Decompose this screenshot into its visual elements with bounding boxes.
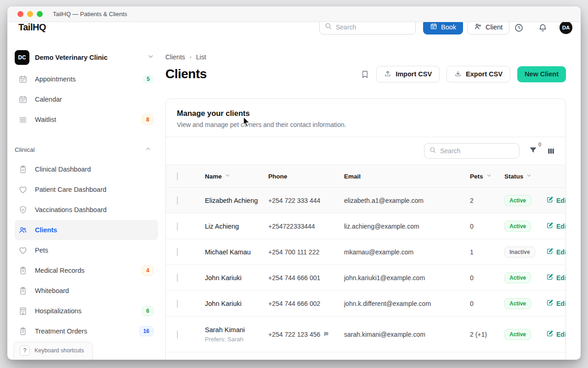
count-badge: 16 — [139, 326, 153, 336]
person-plus-icon — [474, 23, 482, 32]
column-header-status[interactable]: Status — [504, 172, 546, 180]
clock-icon[interactable] — [514, 23, 524, 34]
edit-icon — [546, 222, 554, 230]
table-row[interactable]: Peter Mutua+254 733 777 888peter.mutua@e… — [166, 352, 565, 360]
row-checkbox[interactable] — [177, 196, 178, 205]
user-avatar[interactable]: DA — [560, 21, 572, 34]
column-header-email[interactable]: Email — [344, 173, 470, 180]
sidebar-item-pets[interactable]: Pets — [15, 240, 158, 260]
shield-check-icon — [18, 205, 28, 215]
table-header: Name Phone Email Pets Status — [166, 165, 565, 188]
keyboard-shortcuts[interactable]: ? Keyboard shortcuts — [14, 342, 93, 360]
chevron-up-icon — [145, 145, 152, 154]
table-row[interactable]: Sarah KimaniPrefers: Sarah+254 722 123 4… — [166, 316, 565, 352]
minimize-window-button[interactable] — [27, 11, 33, 17]
import-csv-button[interactable]: Import CSV — [376, 66, 440, 82]
row-checkbox[interactable] — [177, 222, 178, 230]
status-badge: Active — [504, 329, 531, 340]
edit-button[interactable]: Edit — [546, 222, 566, 230]
chevron-down-icon — [486, 172, 492, 180]
sidebar-item-calendar[interactable]: Calendar — [15, 89, 158, 109]
breadcrumb-root[interactable]: Clients — [165, 53, 185, 61]
clinic-avatar: DC — [15, 50, 29, 65]
table-body: Elizabeth Achieng+254 722 333 444elizabe… — [166, 188, 565, 360]
count-badge: 5 — [143, 75, 153, 84]
card-title: Manage your clients — [177, 109, 554, 118]
filter-count-badge: 0 — [538, 142, 541, 147]
edit-icon — [546, 273, 554, 282]
clipboard-icon — [18, 265, 28, 276]
clinic-switcher[interactable]: DC Demo Veterinary Clinic — [15, 50, 158, 65]
main-content: Clients › List Clients Import CSV — [165, 45, 581, 360]
edit-button[interactable]: Edit — [546, 247, 566, 256]
count-badge: 4 — [142, 265, 153, 276]
sidebar-item-appointments[interactable]: Appointments5 — [15, 69, 158, 89]
edit-icon — [546, 299, 554, 308]
new-client-button[interactable]: New Client — [517, 66, 566, 82]
calendar-icon — [18, 94, 28, 104]
row-checkbox[interactable] — [177, 248, 178, 256]
breadcrumb-current[interactable]: List — [196, 53, 206, 61]
sidebar-item-patient-care-dashboard[interactable]: Patient Care Dashboard — [15, 179, 158, 200]
column-header-name[interactable]: Name — [205, 172, 268, 180]
status-badge: Active — [504, 221, 531, 232]
calendar-icon — [430, 23, 437, 31]
chevron-down-icon — [225, 172, 231, 180]
sidebar-item-waitlist[interactable]: Waitlist8 — [15, 109, 158, 130]
question-key-icon: ? — [20, 345, 30, 356]
status-badge: Active — [504, 298, 531, 309]
sidebar-item-medical-records[interactable]: Medical Records4 — [15, 260, 158, 281]
status-badge: Active — [504, 272, 531, 283]
calendar-icon — [18, 74, 28, 84]
window-title: TailHQ — Patients & Clients — [53, 11, 127, 17]
sidebar-item-clients[interactable]: Clients — [15, 220, 158, 240]
columns-button[interactable] — [547, 147, 555, 155]
column-header-pets[interactable]: Pets — [470, 172, 504, 180]
edit-icon — [546, 330, 554, 339]
upload-icon — [384, 70, 391, 79]
count-badge: 6 — [142, 306, 153, 316]
table-row[interactable]: Liz Achieng+254722333444liz.achieng@exam… — [166, 213, 565, 239]
row-checkbox[interactable] — [177, 299, 178, 308]
table-search[interactable] — [424, 143, 520, 159]
row-checkbox[interactable] — [177, 274, 178, 282]
sidebar-item-treatment-orders[interactable]: Treatment Orders16 — [15, 321, 158, 341]
bell-icon[interactable] — [538, 23, 548, 34]
table-search-input[interactable] — [440, 147, 514, 155]
chat-icon — [323, 331, 330, 338]
row-checkbox[interactable] — [177, 330, 178, 339]
edit-button[interactable]: Edit — [546, 299, 566, 308]
clients-card: Manage your clients View and manage pet … — [165, 98, 566, 360]
filter-button[interactable]: 0 — [529, 146, 537, 156]
search-input[interactable] — [336, 23, 419, 31]
close-window-button[interactable] — [17, 11, 23, 17]
table-row[interactable]: Michael Kamau+254 700 111 222mkamau@exam… — [166, 239, 565, 265]
sidebar-item-whiteboard[interactable]: Whiteboard — [15, 281, 158, 301]
status-badge: Inactive — [504, 247, 535, 258]
table-row[interactable]: Elizabeth Achieng+254 722 333 444elizabe… — [166, 188, 565, 213]
sidebar-item-clinical-dashboard[interactable]: Clinical Dashboard — [15, 159, 158, 179]
zoom-window-button[interactable] — [37, 11, 43, 17]
status-badge: Active — [504, 195, 531, 206]
heart-icon — [18, 245, 28, 255]
table-row[interactable]: John Kariuki+254 744 666 002john.k.diffe… — [166, 291, 565, 316]
edit-button[interactable]: Edit — [546, 273, 566, 282]
app-logo[interactable]: TailHQ — [18, 22, 46, 33]
select-all-checkbox[interactable] — [177, 172, 178, 180]
search-icon — [324, 22, 332, 32]
chevron-right-icon: › — [190, 54, 192, 60]
page-title: Clients — [165, 67, 361, 81]
sidebar-item-hospitalizations[interactable]: Hospitalizations6 — [15, 301, 158, 321]
breadcrumb: Clients › List — [165, 52, 566, 62]
bookmark-icon[interactable] — [361, 70, 369, 79]
users-icon — [18, 225, 28, 235]
column-header-phone[interactable]: Phone — [268, 173, 344, 180]
table-row[interactable]: John Kariuki+254 744 666 001john.kariuki… — [166, 265, 565, 291]
app-header: TailHQ Book Client DA — [7, 22, 581, 45]
export-csv-button[interactable]: Export CSV — [447, 66, 510, 82]
sidebar-section-clinical[interactable]: Clinical — [15, 144, 158, 155]
edit-button[interactable]: Edit — [546, 196, 566, 205]
sidebar-item-vaccinations-dashboard[interactable]: Vaccinations Dashboard — [15, 200, 158, 220]
edit-button[interactable]: Edit — [546, 330, 566, 339]
count-badge: 8 — [142, 115, 153, 125]
